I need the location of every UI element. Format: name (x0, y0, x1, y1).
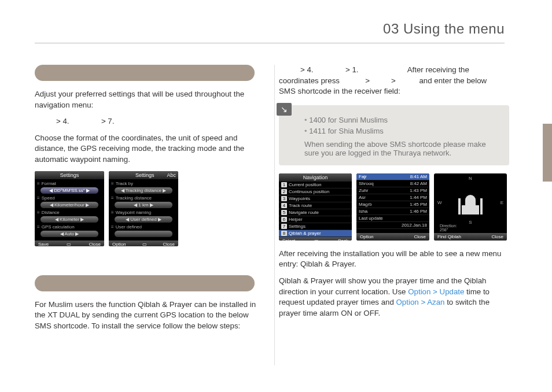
settings-intro-text: Adjust your preferred settings that will… (35, 89, 265, 110)
note-list-item: 1400 for Sunni Muslims (304, 116, 499, 124)
compass-east-icon: E (501, 200, 503, 205)
ok-icon: ▭ (314, 238, 319, 241)
phone-field-label: ≡ Speed (37, 195, 102, 201)
phone-field-value: ◀ User defined ▶ (115, 216, 172, 223)
phone-field-label: ≡ Tracking distance (111, 195, 176, 201)
phone-screenshot-prayer-times: Fajr8:41 AMShrooq8:42 AMZuhr1:43 PMAsr1:… (356, 173, 429, 241)
phone-field-label: ≡ User defined (111, 224, 176, 230)
note-box: ↘ 1400 for Sunni Muslims1411 for Shia Mu… (279, 105, 509, 165)
last-update-value: 2012.Jan.18 (356, 222, 429, 229)
page-title: 03 Using the menu (383, 21, 505, 37)
phone-field-label: ≡ Format (37, 181, 102, 186)
phone-field-label: ≡ GPS calculation (37, 224, 102, 230)
settings-screens-row: Settings ≡ Format◀ DD°MM'SS.ss" ▶≡ Speed… (35, 171, 265, 246)
phone-menu-item: 6Helper (279, 216, 352, 223)
prayer-time-row: Asr1:44 PM (356, 194, 429, 201)
phone-softkey-left: Save (38, 242, 49, 246)
phone-field-value: ◀ Tracking distance ▶ (115, 187, 172, 194)
phone-screenshot-qiblah-direction: N S W E Direction: 258° Find Qiblah Clos… (434, 173, 507, 241)
phone-header: Navigation (279, 173, 352, 182)
note-arrow-icon: ↘ (277, 103, 292, 116)
mosque-icon (457, 191, 484, 215)
phone-softkey-left: Select (282, 238, 295, 241)
phone-menu-item: 3Waypoints (279, 195, 352, 202)
direction-label: Direction: (440, 224, 457, 228)
phone-field-value: ◀ 1 km ▶ (115, 202, 172, 208)
note-text: When sending the above SMS shortcode ple… (304, 140, 499, 157)
after-install-text-2: Qiblah & Prayer will show you the prayer… (279, 276, 509, 319)
horizontal-rule (35, 43, 505, 43)
phone-menu-item: 8Qiblah & prayer (279, 230, 352, 237)
left-column: Adjust your preferred settings that will… (35, 65, 265, 337)
option-update-link[interactable]: Option > Update (408, 287, 464, 296)
option-azan-link[interactable]: Option > Azan (396, 298, 445, 306)
phone-field-value: ◀ Kilometer/hour ▶ (41, 202, 98, 208)
direction-value: 258° (440, 228, 448, 232)
phone-field-label: ≡ Track by (111, 181, 176, 186)
phone-field-label: ≡ Distance (37, 210, 102, 215)
section-heading-pill (35, 275, 255, 291)
phone-softkey-right: Close (414, 234, 426, 239)
phone-softkey-right: Close (89, 242, 101, 246)
phone-menu-item: 7Settings (279, 223, 352, 230)
after-install-text-1: After receiving the installation you wil… (279, 249, 509, 270)
settings-path-text: > 4. > 7. (35, 116, 265, 127)
qiblah-screens-row: Navigation 1Current position2Continuous … (279, 173, 509, 241)
phone-field-value: ◀ Kilometer ▶ (41, 216, 98, 223)
phone-field-value (115, 231, 172, 237)
phone-menu-item: 5Navigate route (279, 209, 352, 216)
phone-softkey-left: Find Qiblah (437, 234, 461, 239)
phone-field-value: ◀ Auto ▶ (41, 231, 98, 237)
side-tab (543, 124, 552, 182)
right-column: > 4. > 1. After receiving thecoordinates… (279, 65, 509, 337)
compass-south-icon: S (469, 220, 472, 225)
phone-softkey-left: Option (112, 242, 126, 246)
phone-softkey-right: Back (338, 238, 348, 241)
prayer-time-row: Shrooq8:42 AM (356, 180, 429, 187)
prayer-time-row: Fajr8:41 AM (356, 173, 429, 180)
compass-west-icon: W (437, 200, 442, 205)
compass-north-icon: N (469, 176, 472, 181)
phone-screenshot-settings-1: Settings ≡ Format◀ DD°MM'SS.ss" ▶≡ Speed… (35, 171, 104, 246)
phone-screenshot-settings-2: Settings Abc ≡ Track by◀ Tracking distan… (109, 171, 178, 246)
ok-icon: ▭ (142, 242, 147, 246)
input-mode-indicator: Abc (167, 172, 176, 178)
phone-header: Settings (35, 171, 104, 179)
phone-field-value: ◀ DD°MM'SS.ss" ▶ (41, 187, 98, 194)
note-list: 1400 for Sunni Muslims1411 for Shia Musl… (304, 116, 499, 135)
phone-softkey-right: Close (163, 242, 175, 246)
prayer-time-row: Magrb1:45 PM (356, 201, 429, 208)
ok-icon: ▭ (67, 242, 71, 246)
qiblah-intro-text: For Muslim users the function Qiblah & P… (35, 299, 265, 332)
phone-menu-item: 2Continuous position (279, 188, 352, 195)
phone-field-label: ≡ Waypoint naming (111, 210, 176, 215)
phone-softkey-right: Close (492, 234, 503, 239)
note-list-item: 1411 for Shia Muslims (304, 127, 499, 135)
prayer-time-row: Zuhr1:43 PM (356, 187, 429, 194)
section-heading-pill (35, 65, 255, 81)
phone-softkey-left: Option (360, 234, 374, 239)
last-update-row: Last update (356, 215, 429, 222)
phone-menu-item: 1Current position (279, 182, 352, 188)
steps-text: > 4. > 1. After receiving thecoordinates… (279, 65, 509, 97)
settings-desc-text: Choose the format of the coordinates, th… (35, 133, 265, 165)
phone-header: Settings (135, 172, 154, 178)
phone-menu-item: 4Track route (279, 202, 352, 209)
phone-screenshot-navigation: Navigation 1Current position2Continuous … (279, 173, 352, 241)
prayer-time-row: Isha1:46 PM (356, 208, 429, 215)
